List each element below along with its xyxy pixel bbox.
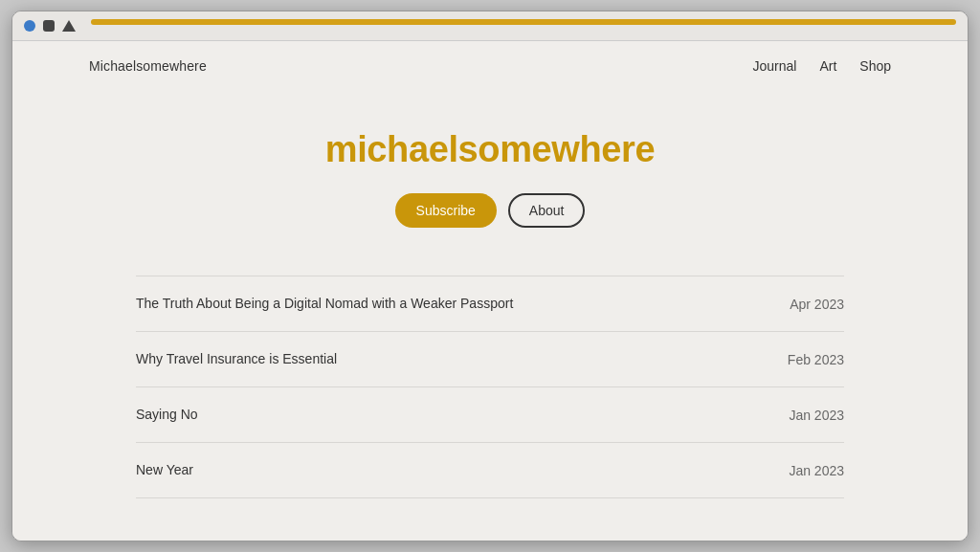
- post-date: Apr 2023: [790, 297, 844, 312]
- nav-shop[interactable]: Shop: [859, 58, 891, 74]
- address-bar-area: [91, 19, 956, 33]
- subscribe-button[interactable]: Subscribe: [395, 193, 497, 228]
- post-item[interactable]: Saying No Jan 2023: [136, 387, 844, 443]
- post-title: Why Travel Insurance is Essential: [136, 349, 337, 369]
- progress-bar: [91, 19, 956, 25]
- post-title: New Year: [136, 460, 193, 480]
- post-date: Jan 2023: [789, 463, 844, 478]
- about-button[interactable]: About: [508, 193, 586, 228]
- post-date: Feb 2023: [788, 352, 844, 367]
- site-title: michaelsomewhere: [325, 129, 656, 170]
- site-nav: Journal Art Shop: [752, 58, 891, 74]
- hero-buttons: Subscribe About: [395, 193, 586, 228]
- posts-list: The Truth About Being a Digital Nomad wi…: [59, 276, 921, 537]
- maximize-button-icon[interactable]: [62, 20, 76, 32]
- post-title: Saying No: [136, 405, 198, 425]
- post-date: Jan 2023: [789, 408, 844, 423]
- post-item[interactable]: Why Travel Insurance is Essential Feb 20…: [136, 332, 844, 387]
- post-item[interactable]: The Truth About Being a Digital Nomad wi…: [136, 276, 844, 332]
- browser-titlebar: [24, 19, 956, 33]
- close-button-icon[interactable]: [24, 20, 35, 32]
- nav-art[interactable]: Art: [819, 58, 836, 74]
- site-header: Michaelsomewhere Journal Art Shop: [12, 41, 968, 91]
- nav-journal[interactable]: Journal: [752, 58, 796, 74]
- browser-window: Michaelsomewhere Journal Art Shop michae…: [11, 11, 969, 541]
- browser-content: Michaelsomewhere Journal Art Shop michae…: [12, 41, 968, 541]
- post-item[interactable]: New Year Jan 2023: [136, 443, 844, 498]
- post-title: The Truth About Being a Digital Nomad wi…: [136, 294, 513, 314]
- hero-section: michaelsomewhere Subscribe About: [12, 91, 968, 276]
- minimize-button-icon[interactable]: [43, 20, 55, 32]
- site-logo[interactable]: Michaelsomewhere: [89, 58, 207, 74]
- browser-chrome: [12, 11, 968, 41]
